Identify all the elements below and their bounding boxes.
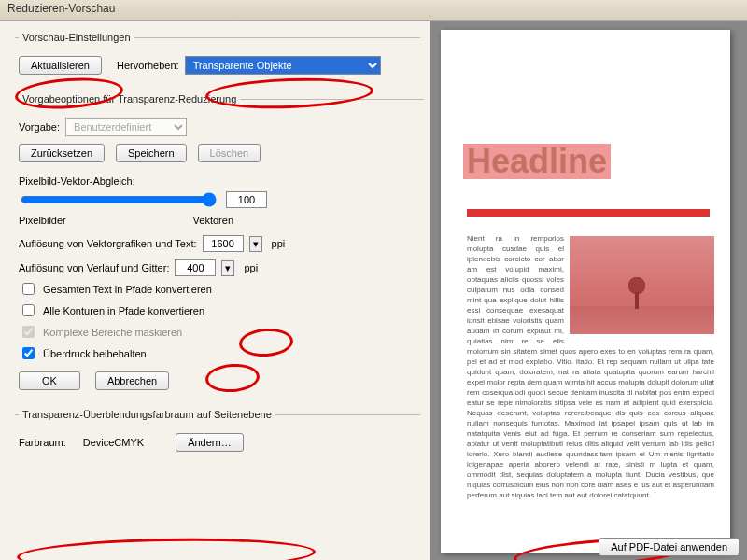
highlight-select[interactable]: Transparente Objekte [185, 56, 381, 75]
vector-res-label: Auflösung von Vektorgrafiken und Text: [19, 238, 197, 249]
balance-slider[interactable] [21, 192, 217, 207]
mask-complex-checkbox [22, 326, 35, 338]
chevron-down-icon[interactable]: ▾ [249, 236, 262, 252]
vorgabe-select[interactable]: Benutzerdefiniert [65, 118, 187, 136]
doc-rule [467, 209, 710, 217]
gradient-res-input[interactable] [175, 259, 216, 276]
preset-legend: Vorgabeoptionen für Transparenz-Reduzier… [19, 93, 240, 105]
chk4-label: Überdruck beibehalten [43, 348, 147, 359]
text-to-paths-checkbox[interactable] [22, 283, 35, 295]
refresh-button[interactable]: Aktualisieren [19, 56, 102, 75]
save-button[interactable]: Speichern [116, 144, 187, 162]
highlight-label: Hervorheben: [117, 60, 179, 71]
delete-button: Löschen [198, 144, 261, 162]
doc-body-text: Nient ra in remporios molupta cusdae qui… [467, 233, 714, 500]
change-colorspace-button[interactable]: Ändern… [176, 433, 243, 452]
settings-panel: Vorschau-Einstellungen Aktualisieren Her… [0, 21, 430, 560]
ppi-unit: ppi [244, 262, 258, 273]
cancel-button[interactable]: Abbrechen [95, 371, 169, 390]
vorgabe-label: Vorgabe: [19, 121, 60, 133]
preset-options-group: Vorgabeoptionen für Transparenz-Reduzier… [15, 93, 424, 399]
ppi-unit: ppi [272, 238, 286, 249]
reset-button[interactable]: Zurücksetzen [19, 144, 105, 162]
doc-headline: Headline [467, 142, 607, 181]
preview-settings-group: Vorschau-Einstellungen Aktualisieren Her… [15, 32, 420, 84]
doc-image [570, 236, 714, 334]
slider-label: Pixelbild-Vektor-Abgleich: [19, 175, 420, 187]
blend-legend: Transparenz-Überblendungsfarbraum auf Se… [19, 409, 275, 420]
chk2-label: Alle Konturen in Pfade konvertieren [43, 305, 204, 316]
transparency-overlay [570, 236, 714, 334]
farbraum-label: Farbraum: [19, 437, 66, 448]
vector-res-input[interactable] [203, 235, 244, 252]
preview-pane: Headline Nient ra in remporios molupta c… [430, 21, 747, 560]
vector-label: Vektoren [193, 215, 233, 226]
pixel-label: Pixelbilder [19, 215, 66, 226]
ok-button[interactable]: OK [19, 371, 80, 390]
window-titlebar: Reduzieren-Vorschau [0, 0, 747, 21]
chevron-down-icon[interactable]: ▾ [221, 260, 234, 276]
farbraum-value: DeviceCMYK [83, 437, 144, 448]
strokes-to-paths-checkbox[interactable] [22, 304, 35, 316]
transparency-overlay [463, 144, 611, 179]
document-page: Headline Nient ra in remporios molupta c… [441, 30, 730, 553]
preserve-overprint-checkbox[interactable] [22, 347, 35, 359]
preview-legend: Vorschau-Einstellungen [19, 32, 134, 43]
balance-value-input[interactable] [226, 191, 267, 208]
chk3-label: Komplexe Bereiche maskieren [43, 327, 182, 338]
chk1-label: Gesamten Text in Pfade konvertieren [43, 284, 212, 295]
blend-space-group: Transparenz-Überblendungsfarbraum auf Se… [15, 409, 420, 461]
apply-to-pdf-button[interactable]: Auf PDF-Datei anwenden [599, 538, 740, 556]
gradient-res-label: Auflösung von Verlauf und Gitter: [19, 262, 169, 273]
